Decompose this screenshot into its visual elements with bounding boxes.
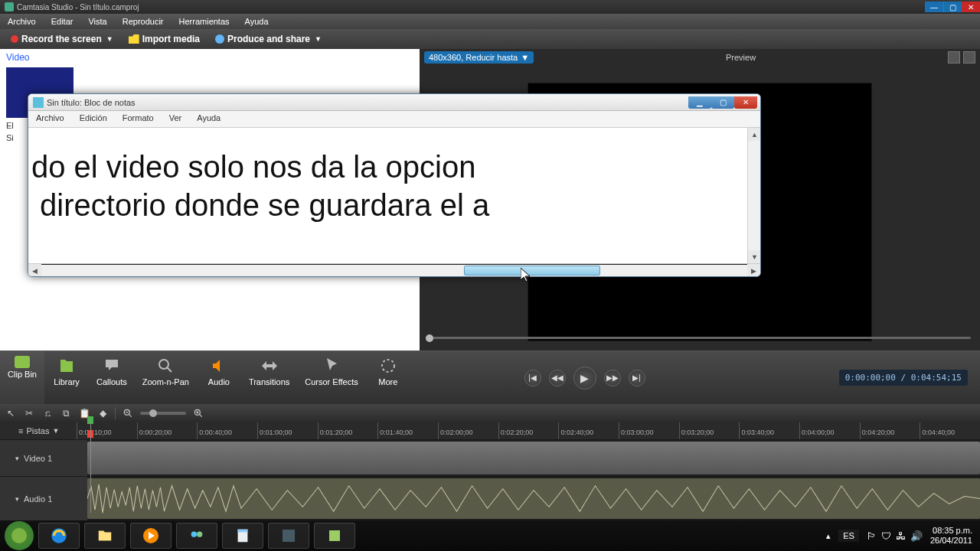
timeline-ruler[interactable]: 0:00:10;00 0:00:20;00 0:00:40;00 0:01:00… [77, 422, 980, 439]
maximize-button[interactable]: ▢ [943, 2, 962, 12]
svg-rect-10 [87, 478, 980, 519]
audio-waveform[interactable] [87, 478, 980, 519]
zoom-out-icon[interactable] [122, 407, 134, 419]
video-track-content[interactable] [87, 440, 980, 476]
collapse-icon[interactable]: ▾ [15, 455, 19, 462]
menu-herramientas[interactable]: Herramientas [172, 14, 237, 29]
close-button[interactable]: ✕ [962, 2, 980, 12]
notepad-close-button[interactable]: ✕ [734, 96, 757, 109]
notepad-titlebar[interactable]: Sin título: Bloc de notas ▁ ▢ ✕ [28, 94, 760, 111]
app-icon [5, 2, 14, 11]
tab-library[interactable]: Library [44, 351, 89, 404]
notepad-title: Sin título: Bloc de notas [47, 98, 136, 107]
playhead-line[interactable] [90, 422, 91, 513]
chevron-down-icon[interactable]: ▼ [52, 427, 59, 435]
rewind-button[interactable]: ◀◀ [549, 370, 566, 386]
svg-line-9 [199, 414, 202, 417]
audio-track-content[interactable] [87, 477, 980, 520]
menu-editar[interactable]: Editar [44, 14, 81, 29]
select-tool-icon[interactable]: ↖ [5, 407, 17, 419]
notepad-window[interactable]: Sin título: Bloc de notas ▁ ▢ ✕ Archivo … [28, 93, 761, 277]
marker-tool-icon[interactable]: ◆ [96, 407, 109, 419]
tab-transitions[interactable]: Transitions [241, 351, 297, 404]
cut-tool-icon[interactable]: ✂ [23, 407, 35, 419]
produce-share-button[interactable]: Produce and share ▼ [209, 32, 328, 46]
svg-rect-17 [238, 530, 248, 533]
scroll-left-icon[interactable]: ◀ [28, 264, 41, 277]
prev-button[interactable]: |◀ [524, 370, 541, 386]
notepad-maximize-button[interactable]: ▢ [711, 96, 734, 109]
notepad-menu-formato[interactable]: Formato [115, 111, 162, 127]
notepad-textarea[interactable]: do el video solo nos da la opcion direct… [28, 128, 747, 263]
collapse-icon[interactable]: ▾ [15, 495, 19, 503]
svg-point-14 [191, 532, 197, 537]
scroll-right-icon[interactable]: ▶ [747, 264, 760, 277]
tab-cursor[interactable]: Cursor Effects [297, 351, 366, 404]
taskbar-ie[interactable] [38, 523, 80, 549]
notepad-minimize-button[interactable]: ▁ [688, 96, 711, 109]
preview-fullscreen-icon[interactable] [963, 51, 975, 64]
library-icon [57, 356, 77, 376]
menu-vista[interactable]: Vista [80, 14, 114, 29]
scrubber-thumb[interactable] [426, 334, 433, 342]
tab-callouts[interactable]: Callouts [89, 351, 135, 404]
split-tool-icon[interactable]: ⎌ [41, 407, 54, 419]
tracks-header: ≡ Pistas ▼ 0:00:10;00 0:00:20;00 0:00:40… [0, 422, 980, 439]
playhead-marker[interactable] [87, 413, 98, 422]
menu-archivo[interactable]: Archivo [0, 14, 44, 29]
play-button[interactable]: ▶ [573, 367, 596, 390]
notepad-vertical-scrollbar[interactable]: ▲ ▼ [747, 128, 760, 263]
import-media-button[interactable]: Import media [122, 32, 206, 46]
notepad-horizontal-scrollbar[interactable]: ◀ ▶ [28, 263, 760, 276]
transitions-icon [260, 356, 279, 376]
taskbar-explorer[interactable] [84, 523, 126, 549]
titlebar[interactable]: Camtasia Studio - Sin título.camproj — ▢… [0, 0, 980, 14]
notepad-menu-archivo[interactable]: Archivo [28, 111, 72, 127]
folder-icon [129, 34, 139, 44]
next-button[interactable]: ▶| [629, 370, 645, 386]
tray-flag-icon[interactable]: 🏳 [867, 530, 877, 542]
zoom-slider[interactable] [140, 412, 186, 415]
taskbar-app[interactable] [314, 523, 355, 549]
scroll-down-icon[interactable]: ▼ [748, 250, 761, 263]
preview-resolution-select[interactable]: 480x360, Reducir hasta ▼ [424, 51, 534, 64]
tab-clipbin[interactable]: Clip Bin [0, 351, 44, 404]
tab-more[interactable]: More [366, 351, 410, 404]
chevron-down-icon: ▼ [521, 53, 529, 62]
preview-scrubber[interactable] [426, 335, 971, 340]
notepad-menu-ayuda[interactable]: Ayuda [189, 111, 228, 127]
taskbar-wmp[interactable] [130, 523, 172, 549]
tab-audio[interactable]: Audio [197, 351, 241, 404]
svg-rect-18 [283, 530, 295, 542]
menu-reproducir[interactable]: Reproducir [115, 14, 172, 29]
record-screen-button[interactable]: Record the screen ▼ [5, 32, 119, 46]
taskbar-clock[interactable]: 08:35 p.m. 26/04/2011 [930, 526, 975, 546]
menu-ayuda[interactable]: Ayuda [237, 14, 276, 29]
tracks-menu-icon[interactable]: ≡ [18, 426, 23, 435]
video-clip[interactable] [87, 442, 980, 474]
callout-icon [102, 356, 122, 376]
zoom-in-icon[interactable] [192, 407, 204, 419]
taskbar-msn[interactable] [176, 523, 217, 549]
scroll-up-icon[interactable]: ▲ [748, 128, 761, 141]
more-icon [378, 356, 398, 376]
tab-zoom[interactable]: Zoom-n-Pan [135, 351, 197, 404]
taskbar-notepad[interactable] [222, 523, 263, 549]
forward-button[interactable]: ▶▶ [604, 370, 621, 386]
task-tabs: Clip Bin Library Callouts Zoom-n-Pan Aud… [0, 350, 420, 404]
start-button[interactable] [5, 521, 34, 550]
taskbar-camtasia[interactable] [268, 523, 309, 549]
language-indicator[interactable]: ES [838, 530, 859, 542]
svg-line-1 [167, 367, 172, 372]
tray-shield-icon[interactable]: 🛡 [881, 530, 891, 542]
tray-network-icon[interactable]: 🖧 [896, 530, 906, 542]
clipbin-icon [15, 356, 30, 368]
copy-tool-icon[interactable]: ⧉ [60, 407, 72, 419]
tray-expand-icon[interactable]: ▴ [826, 531, 831, 541]
tray-volume-icon[interactable]: 🔊 [910, 530, 923, 542]
notepad-menu-edicion[interactable]: Edición [72, 111, 115, 127]
preview-detach-icon[interactable] [948, 51, 960, 64]
minimize-button[interactable]: — [925, 2, 943, 12]
notepad-menu-ver[interactable]: Ver [162, 111, 190, 127]
chevron-down-icon: ▼ [315, 35, 322, 43]
